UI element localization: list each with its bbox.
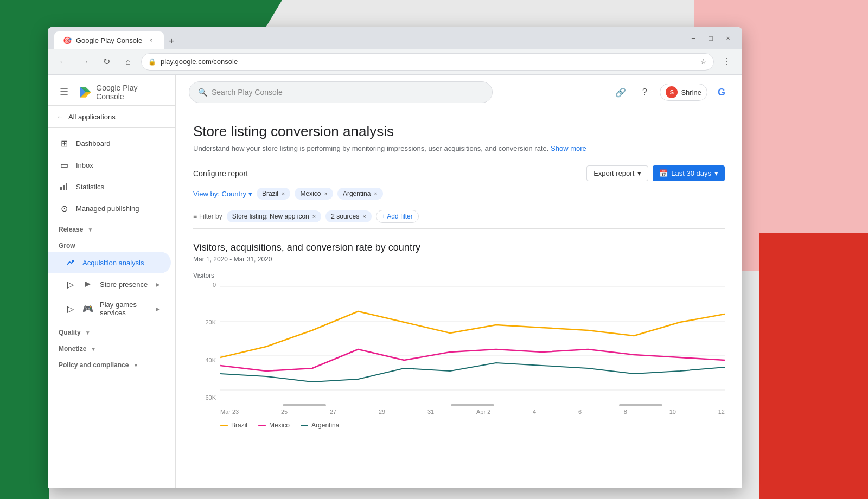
legend-mexico: Mexico [258, 421, 290, 429]
tab-close-button[interactable]: × [146, 36, 155, 44]
extensions-button[interactable]: ⋮ [718, 53, 736, 71]
sidebar-nav: ⊞ Dashboard ▭ Inbox Statistics ⊙ Managed… [48, 128, 175, 375]
google-account-button[interactable]: G [714, 85, 729, 100]
maximize-button[interactable]: □ [703, 30, 718, 46]
filter-by-label: ≡ Filter by [193, 213, 222, 220]
sidebar-item-store-presence[interactable]: ▷ Store presence ▶ [48, 273, 171, 295]
filter-chip-sources: 2 sources × [326, 210, 371, 222]
sidebar-item-statistics[interactable]: Statistics [48, 176, 171, 197]
policy-section-header[interactable]: Policy and compliance ▼ [48, 355, 175, 371]
argentina-chip-label: Argentina [343, 190, 371, 197]
x-label-6: 6 [578, 408, 582, 415]
chart-legend: Brazil Mexico Argentina [193, 421, 725, 429]
browser-content: ☰ Google Play Console ← All applications [48, 75, 742, 488]
legend-argentina: Argentina [301, 421, 339, 429]
gpc-logo: Google Play Console [78, 84, 167, 101]
sidebar-item-acquisition-analysis[interactable]: Acquisition analysis [48, 252, 171, 273]
inbox-icon: ▭ [59, 159, 69, 170]
date-dropdown-icon: ▾ [714, 169, 718, 177]
filter-row: View by: Country ▾ Brazil × Mexico × [193, 188, 725, 200]
y-axis: 60K 40K 20K 0 [193, 282, 220, 401]
y-label-60k: 60K [205, 394, 216, 401]
expand-store-presence-icon: ▷ [65, 279, 76, 290]
sidebar-logo-text: Google Play Console [96, 84, 167, 101]
account-badge[interactable]: S Shrine [660, 84, 707, 101]
add-filter-button[interactable]: + Add filter [376, 210, 419, 223]
statistics-icon [59, 181, 69, 192]
configure-header: Configure report Export report ▾ 📅 Last … [193, 165, 725, 181]
browser-tab[interactable]: 🎯 Google Play Console × [54, 31, 164, 49]
date-range-button[interactable]: 📅 Last 30 days ▾ [653, 165, 725, 181]
legend-brazil: Brazil [220, 421, 247, 429]
x-label-mar23: Mar 23 [220, 408, 239, 415]
link-icon-button[interactable]: 🔗 [612, 84, 629, 101]
scroll-bar-1[interactable] [283, 404, 326, 406]
address-bar[interactable]: 🔒 play.google.com/console ☆ [141, 53, 714, 71]
managed-publishing-label: Managed publishing [76, 204, 139, 213]
sidebar-item-inbox[interactable]: ▭ Inbox [48, 154, 171, 176]
scroll-indicators [193, 404, 725, 406]
x-label-12: 12 [718, 408, 725, 415]
grow-section-header[interactable]: Grow [48, 235, 175, 252]
legend-mexico-label: Mexico [269, 421, 290, 429]
report-actions: Export report ▾ 📅 Last 30 days ▾ [586, 165, 725, 181]
chart-date: Mar 1, 2020 - Mar 31, 2020 [193, 255, 725, 263]
hamburger-menu-button[interactable]: ☰ [56, 85, 72, 100]
bookmark-icon[interactable]: ☆ [700, 57, 707, 66]
y-label-40k: 40K [205, 357, 216, 363]
legend-argentina-label: Argentina [311, 421, 339, 429]
search-box[interactable]: 🔍 Search Play Console [189, 81, 493, 103]
brazil-chip-close[interactable]: × [282, 190, 285, 197]
acquisition-analysis-icon [65, 257, 76, 268]
minimize-button[interactable]: − [686, 30, 701, 46]
configure-title: Configure report [193, 169, 248, 178]
mexico-chip-close[interactable]: × [324, 190, 328, 197]
acquisition-analysis-label: Acquisition analysis [82, 259, 144, 267]
scroll-bar-3[interactable] [619, 404, 662, 406]
statistics-label: Statistics [76, 183, 104, 191]
release-section-header[interactable]: Release ▼ [48, 219, 175, 235]
legend-dot-argentina [301, 425, 308, 426]
release-collapse-icon: ▼ [87, 227, 93, 233]
chart-area: 60K 40K 20K 0 [193, 282, 725, 401]
view-by-button[interactable]: View by: Country ▾ [193, 190, 252, 198]
quality-section-header[interactable]: Quality ▼ [48, 322, 175, 338]
date-range-label: Last 30 days [671, 169, 711, 177]
play-games-icon: 🎮 [82, 303, 93, 314]
reload-button[interactable]: ↻ [98, 53, 115, 71]
store-presence-label: Store presence [100, 280, 148, 289]
scroll-bar-2[interactable] [451, 404, 494, 406]
nav-right-buttons: ⋮ [718, 53, 736, 71]
back-button[interactable]: ← [54, 53, 72, 71]
all-applications-button[interactable]: ← All applications [48, 106, 175, 128]
release-section-label: Release [59, 226, 83, 233]
sidebar-item-dashboard[interactable]: ⊞ Dashboard [48, 132, 171, 154]
store-listing-chip-close[interactable]: × [312, 213, 316, 220]
forward-button[interactable]: → [76, 53, 93, 71]
brazil-chip-label: Brazil [262, 190, 278, 197]
page-body: Store listing conversion analysis Unders… [176, 110, 742, 442]
dashboard-label: Dashboard [76, 139, 111, 148]
close-button[interactable]: × [720, 30, 736, 46]
main-content: 🔍 Search Play Console 🔗 ? S Shrine G Sto… [176, 75, 742, 488]
sidebar-item-play-games-services[interactable]: ▷ 🎮 Play games services ▶ [48, 295, 171, 322]
home-button[interactable]: ⌂ [119, 53, 137, 71]
svg-rect-3 [60, 187, 62, 190]
filter-chip-mexico: Mexico × [295, 188, 333, 200]
all-applications-label: All applications [68, 113, 116, 121]
grow-section-label: Grow [59, 242, 75, 250]
show-more-link[interactable]: Show more [551, 144, 586, 152]
monetize-section-header[interactable]: Monetize ▼ [48, 338, 175, 355]
address-text: play.google.com/console [161, 57, 238, 66]
svg-rect-5 [66, 183, 67, 190]
sidebar-header: ☰ Google Play Console [48, 75, 175, 106]
help-icon-button[interactable]: ? [636, 84, 653, 101]
tab-title: Google Play Console [76, 36, 142, 44]
argentina-chip-close[interactable]: × [374, 190, 377, 197]
main-topbar: 🔍 Search Play Console 🔗 ? S Shrine G [176, 75, 742, 110]
export-report-button[interactable]: Export report ▾ [586, 165, 648, 181]
sidebar-item-managed-publishing[interactable]: ⊙ Managed publishing [48, 197, 171, 219]
sources-chip-close[interactable]: × [362, 213, 366, 220]
new-tab-button[interactable]: + [164, 34, 179, 49]
bg-decoration-green-left [0, 108, 49, 499]
